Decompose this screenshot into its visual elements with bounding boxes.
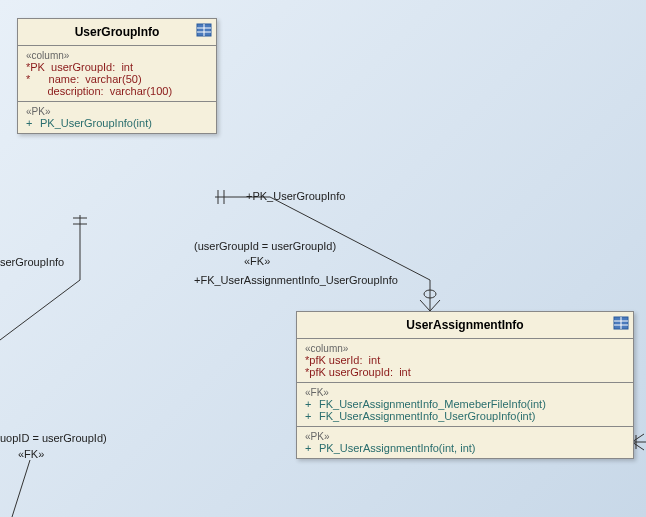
fk-key: +FK_UserAssignmentInfo_MemeberFileInfo(i… [305, 398, 625, 410]
column-row: *PK userGroupId: int [26, 61, 208, 73]
fk-section: «FK» +FK_UserAssignmentInfo_MemeberFileI… [297, 383, 633, 427]
partial-left-label: serGroupInfo [0, 256, 64, 268]
column-row: *pfK userGroupId: int [305, 366, 625, 378]
entity-userassignmentinfo[interactable]: UserAssignmentInfo «column» *pfK userId:… [296, 311, 634, 459]
pk-stereotype: «PK» [26, 106, 208, 117]
column-row: description: varchar(100) [26, 85, 208, 97]
columns-section: «column» *pfK userId: int *pfK userGroup… [297, 339, 633, 383]
table-icon [196, 23, 212, 37]
pk-section: «PK» +PK_UserAssignmentInfo(int, int) [297, 427, 633, 458]
table-icon [613, 316, 629, 330]
pk-key: +PK_UserGroupInfo(int) [26, 117, 208, 129]
pk-key: +PK_UserAssignmentInfo(int, int) [305, 442, 625, 454]
entity-header: UserGroupInfo [18, 19, 216, 46]
entity-usergroupinfo[interactable]: UserGroupInfo «column» *PK userGroupId: … [17, 18, 217, 134]
association-pk-label: +PK_UserGroupInfo [246, 190, 345, 202]
svg-point-2 [424, 290, 436, 298]
association-fk-label: +FK_UserAssignmentInfo_UserGroupInfo [194, 274, 398, 286]
entity-title: UserGroupInfo [75, 25, 160, 39]
bottom-join-label: uopID = userGroupId) [0, 432, 107, 444]
entity-header: UserAssignmentInfo [297, 312, 633, 339]
fk-stereotype: «FK» [305, 387, 625, 398]
column-row: * name: varchar(50) [26, 73, 208, 85]
columns-section: «column» *PK userGroupId: int * name: va… [18, 46, 216, 102]
fk-key: +FK_UserAssignmentInfo_UserGroupInfo(int… [305, 410, 625, 422]
pk-stereotype: «PK» [305, 431, 625, 442]
column-row: *pfK userId: int [305, 354, 625, 366]
bottom-fk-stereo: «FK» [18, 448, 44, 460]
association-fk-stereo: «FK» [244, 255, 270, 267]
association-join-label: (userGroupId = userGroupId) [194, 240, 336, 252]
column-stereotype: «column» [26, 50, 208, 61]
column-stereotype: «column» [305, 343, 625, 354]
pk-section: «PK» +PK_UserGroupInfo(int) [18, 102, 216, 133]
entity-title: UserAssignmentInfo [406, 318, 523, 332]
